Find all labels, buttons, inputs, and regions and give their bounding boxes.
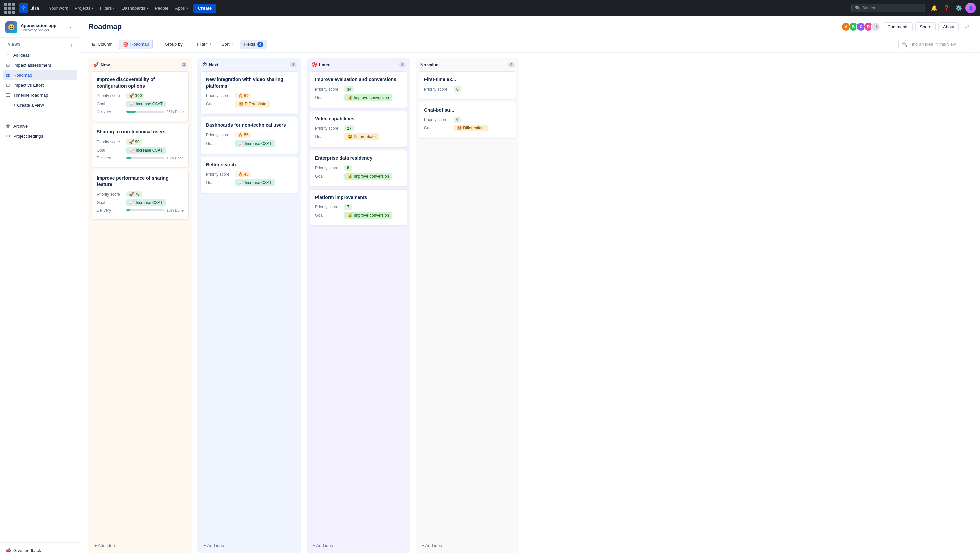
goal-field: Goal📈 Increase CSAT [97, 101, 184, 107]
about-button[interactable]: About [939, 22, 959, 31]
card-card-5[interactable]: Dashboards for non-technical usersPriori… [201, 117, 298, 154]
card-title: Improve performance of sharing feature [97, 175, 184, 188]
search-box[interactable]: 🔍 Search [852, 4, 925, 12]
notifications-button[interactable]: 🔔 [929, 3, 940, 13]
add-idea-later[interactable]: + Add idea [311, 542, 335, 549]
column-later: 🎯Later3Improve evaluation and conversion… [307, 58, 410, 553]
add-view-button[interactable]: + [68, 42, 75, 49]
filters-nav[interactable]: Filters ▾ [97, 4, 117, 12]
card-card-12[interactable]: Chat-bot su...Priority score6Goal🤩 Diffe… [419, 102, 516, 139]
share-button[interactable]: Share [916, 22, 936, 31]
column-header-next: ⏱Next3 [197, 58, 301, 70]
col-count-now: 3 [181, 62, 187, 67]
page-actions: A B C D +3 Comments Share About ⤢ [842, 21, 972, 32]
fields-button[interactable]: Fields 4 [240, 40, 267, 49]
card-title: Dashboards for non-technical users [206, 122, 293, 129]
sidebar-item-timeline[interactable]: ☰ Timeline roadmap [3, 90, 77, 100]
priority-score-badge: 🚀 78 [126, 191, 142, 197]
col-count-no-value: 2 [508, 62, 515, 67]
comments-button[interactable]: Comments [883, 22, 913, 31]
add-idea-now[interactable]: + Add idea [93, 542, 117, 549]
goal-field: Goal💰 Improve conversion [315, 212, 402, 219]
create-view-icon: + [5, 102, 11, 108]
people-nav[interactable]: People [152, 4, 171, 12]
col-label-text-later: Later [319, 62, 330, 67]
settings-button[interactable]: ⚙️ [953, 3, 964, 13]
card-card-3[interactable]: Improve performance of sharing featurePr… [92, 170, 189, 220]
column-next: ⏱Next3New integration with video sharing… [197, 58, 301, 553]
sidebar-item-archive[interactable]: 🗑 Archive [3, 121, 77, 131]
card-card-6[interactable]: Better searchPriority score🔥 45Goal📈 Inc… [201, 157, 298, 194]
user-avatar[interactable]: 👤 [965, 3, 976, 13]
column-button[interactable]: ⊞ Column [88, 40, 117, 49]
column-header-later: 🎯Later3 [307, 58, 410, 70]
sidebar-item-project-settings[interactable]: ⚙ Project settings [3, 131, 77, 141]
timeline-icon: ☰ [5, 92, 11, 98]
apps-nav[interactable]: Apps ▾ [173, 4, 191, 12]
sidebar-label-impact-assessment: Impact assessment [13, 62, 51, 67]
card-card-7[interactable]: Improve evaluation and conversionsPriori… [310, 71, 407, 108]
project-settings-label: Project settings [13, 134, 43, 139]
card-card-4[interactable]: New integration with video sharing platf… [201, 71, 298, 115]
priority-score-field: Priority score34 [315, 86, 402, 92]
board-area: 🚀Now3Improve discoverability of configur… [81, 53, 980, 558]
sidebar-item-impact-assessment[interactable]: ⊞ Impact assessment [3, 60, 77, 70]
filter-button[interactable]: Filter + [194, 40, 215, 49]
card-card-8[interactable]: Video capabilitiesPriority score27Goal🤩 … [310, 111, 407, 148]
roadmap-view-button[interactable]: 🎯 Roadmap [119, 40, 153, 49]
archive-label: Archive [13, 124, 28, 129]
create-button[interactable]: Create [194, 4, 216, 13]
column-no-value: No value2First-time ex...Priority score6… [416, 58, 520, 553]
delivery-field: Delivery13% Done [97, 156, 184, 160]
sidebar-item-impact-effort[interactable]: ⊡ Impact vs Effort [3, 80, 77, 90]
jira-logo[interactable]: Jira [19, 3, 39, 13]
priority-score-badge: 27 [344, 125, 354, 131]
priority-score-field: Priority score8 [315, 165, 402, 171]
card-card-9[interactable]: Enterprise data residencyPriority score8… [310, 150, 407, 187]
goal-badge: 🤩 Differentiate [235, 101, 270, 107]
card-card-2[interactable]: Sharing to non-technical usersPriority s… [92, 124, 189, 167]
expand-button[interactable]: ⤢ [961, 21, 972, 32]
sidebar-label-impact-effort: Impact vs Effort [13, 83, 43, 88]
help-button[interactable]: ❓ [941, 3, 952, 13]
card-card-11[interactable]: First-time ex...Priority score6 [419, 71, 516, 99]
goal-field: Goal💰 Improve conversion [315, 173, 402, 180]
sidebar-item-all-ideas[interactable]: ≡ All ideas [3, 50, 77, 60]
projects-nav[interactable]: Projects ▾ [72, 4, 96, 12]
idea-search-input[interactable] [909, 42, 968, 47]
settings-icon: ⚙ [5, 133, 11, 139]
col-cards-later: Improve evaluation and conversionsPriori… [307, 70, 410, 538]
all-ideas-icon: ≡ [5, 52, 11, 57]
goal-field: Goal📈 Increase CSAT [206, 179, 293, 186]
app-layout: 😊 Appreciation app Discovery project ‹ V… [0, 16, 980, 558]
apps-grid-icon[interactable] [4, 3, 15, 14]
col-cards-no-value: First-time ex...Priority score6Chat-bot … [416, 70, 520, 538]
add-idea-next[interactable]: + Add idea [202, 542, 225, 549]
jira-wordmark: Jira [30, 5, 39, 11]
goal-field: Goal📈 Increase CSAT [97, 199, 184, 206]
priority-score-badge: 7 [344, 204, 352, 210]
goal-field: Goal🤩 Differentiate [206, 101, 293, 107]
add-idea-no-value[interactable]: + Add idea [420, 542, 444, 549]
give-feedback-button[interactable]: 📣 Give feedback [3, 545, 77, 555]
collapse-sidebar-button[interactable]: ‹ [67, 23, 75, 31]
jira-icon [19, 3, 28, 13]
idea-search[interactable]: 🔍 [898, 40, 972, 49]
card-card-1[interactable]: Improve discoverability of configuration… [92, 71, 189, 121]
roadmap-icon: ▦ [5, 72, 11, 78]
impact-assessment-icon: ⊞ [5, 62, 11, 67]
sidebar-item-roadmap[interactable]: ▦ Roadmap [3, 70, 77, 80]
sort-button[interactable]: Sort + [218, 40, 238, 49]
goal-field: Goal🤩 Differentiate [424, 125, 511, 131]
goal-field: Goal📈 Increase CSAT [97, 147, 184, 154]
goal-badge: 📈 Increase CSAT [235, 179, 275, 186]
goal-badge: 📈 Increase CSAT [126, 147, 166, 154]
card-card-10[interactable]: Platform improvementsPriority score7Goal… [310, 189, 407, 226]
goal-badge: 📈 Increase CSAT [235, 140, 275, 147]
your-work-nav[interactable]: Your work [46, 4, 71, 12]
dashboards-nav[interactable]: Dashboards ▾ [119, 4, 151, 12]
group-by-button[interactable]: Group by + [161, 40, 191, 49]
create-view-button[interactable]: + + Create a view [3, 100, 77, 110]
goal-badge: 📈 Increase CSAT [126, 199, 166, 206]
goal-badge: 💰 Improve conversion [344, 94, 392, 101]
